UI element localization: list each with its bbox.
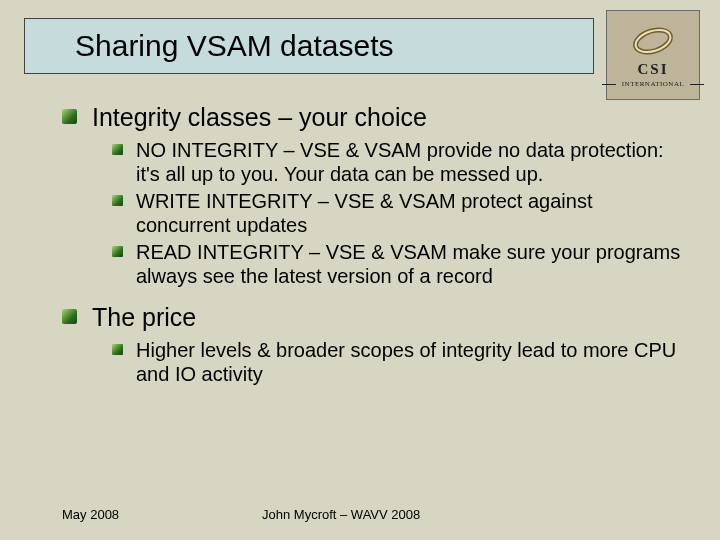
- list-item: READ INTEGRITY – VSE & VSAM make sure yo…: [112, 240, 686, 288]
- slide: Sharing VSAM datasets CSI INTERNATIONAL …: [0, 0, 720, 540]
- logo-text-secondary: INTERNATIONAL: [616, 80, 691, 88]
- list-item: The price Higher levels & broader scopes…: [62, 302, 686, 386]
- footer: May 2008 John Mycroft – WAVV 2008: [62, 507, 680, 522]
- logo-swoosh-icon: [631, 23, 675, 59]
- list-item: NO INTEGRITY – VSE & VSAM provide no dat…: [112, 138, 686, 186]
- logo: CSI INTERNATIONAL: [606, 10, 700, 100]
- slide-title: Sharing VSAM datasets: [75, 29, 394, 63]
- list-item: Higher levels & broader scopes of integr…: [112, 338, 686, 386]
- list-item: WRITE INTEGRITY – VSE & VSAM protect aga…: [112, 189, 686, 237]
- list-item-label: The price: [92, 303, 196, 331]
- footer-author: John Mycroft – WAVV 2008: [262, 507, 680, 522]
- list-item: Integrity classes – your choice NO INTEG…: [62, 102, 686, 288]
- title-bar: Sharing VSAM datasets: [24, 18, 594, 74]
- list-item-label: Integrity classes – your choice: [92, 103, 427, 131]
- footer-date: May 2008: [62, 507, 262, 522]
- logo-text-primary: CSI: [637, 61, 668, 78]
- content-body: Integrity classes – your choice NO INTEG…: [62, 102, 686, 390]
